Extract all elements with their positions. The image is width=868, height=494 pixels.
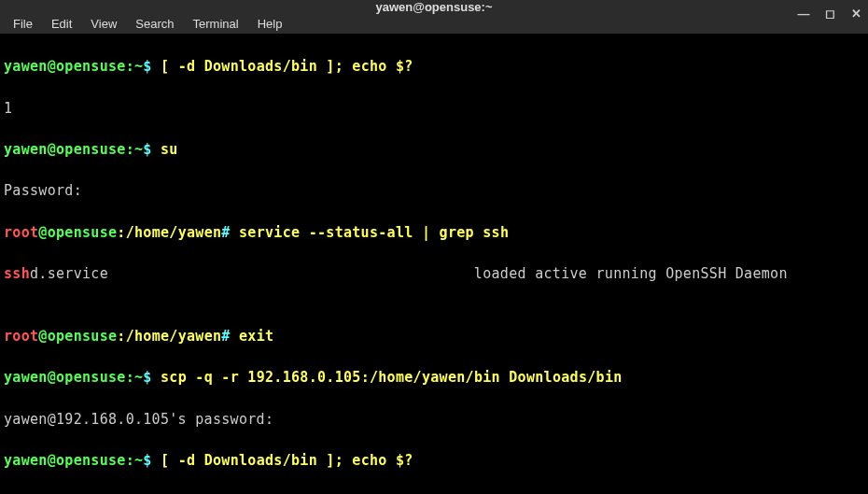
prompt-colon: : bbox=[126, 369, 134, 386]
command: su bbox=[152, 141, 178, 158]
prompt-at: @ bbox=[48, 58, 56, 75]
prompt-host: opensuse bbox=[56, 141, 126, 158]
menu-edit[interactable]: Edit bbox=[44, 14, 79, 34]
prompt-at: @ bbox=[48, 369, 56, 386]
menu-help[interactable]: Help bbox=[250, 14, 290, 34]
root-prompt-dollar: # bbox=[221, 328, 230, 345]
titlebar: yawen@opensuse:~ — ◻ ✕ bbox=[0, 0, 868, 14]
output: d.service loaded active running OpenSSH … bbox=[30, 265, 788, 282]
close-button[interactable]: ✕ bbox=[849, 7, 862, 21]
prompt-colon: : bbox=[126, 141, 134, 158]
prompt-dollar: $ bbox=[143, 58, 151, 75]
output: 1 bbox=[4, 98, 864, 119]
prompt-path: ~ bbox=[134, 452, 143, 469]
window-title: yawen@opensuse:~ bbox=[375, 0, 492, 14]
menu-file[interactable]: File bbox=[6, 14, 40, 34]
root-prompt-host: opensuse bbox=[48, 328, 118, 345]
prompt-dollar: $ bbox=[143, 369, 151, 386]
prompt-dollar: $ bbox=[143, 141, 151, 158]
prompt-user: yawen bbox=[4, 141, 48, 158]
root-prompt-at: @ bbox=[38, 328, 47, 345]
menu-view[interactable]: View bbox=[83, 14, 124, 34]
maximize-button[interactable]: ◻ bbox=[823, 7, 836, 21]
command: [ -d Downloads/bin ]; echo $? bbox=[152, 58, 413, 75]
root-prompt-dollar: # bbox=[221, 224, 230, 241]
root-prompt-host: opensuse bbox=[48, 224, 118, 241]
prompt-colon: : bbox=[126, 452, 134, 469]
output-highlight: ssh bbox=[4, 265, 30, 282]
prompt-host: opensuse bbox=[56, 58, 126, 75]
command: exit bbox=[231, 328, 274, 345]
root-prompt-path: /home/yawen bbox=[126, 224, 222, 241]
prompt-at: @ bbox=[48, 452, 56, 469]
prompt-path: ~ bbox=[134, 369, 143, 386]
prompt-host: opensuse bbox=[56, 369, 126, 386]
menubar: File Edit View Search Terminal Help bbox=[0, 14, 868, 34]
prompt-path: ~ bbox=[134, 141, 143, 158]
window-controls: — ◻ ✕ bbox=[797, 0, 862, 26]
prompt-user: yawen bbox=[4, 452, 48, 469]
root-prompt-path: /home/yawen bbox=[126, 328, 222, 345]
prompt-path: ~ bbox=[134, 58, 143, 75]
terminal-output[interactable]: yawen@opensuse:~$ [ -d Downloads/bin ]; … bbox=[0, 34, 868, 494]
command: service --status-all | grep ssh bbox=[231, 224, 510, 241]
root-prompt-colon: : bbox=[117, 224, 125, 241]
output: Password: bbox=[4, 180, 864, 201]
root-prompt-user: root bbox=[4, 328, 38, 345]
output: yawen@192.168.0.105's password: bbox=[4, 409, 864, 430]
prompt-colon: : bbox=[126, 58, 134, 75]
prompt-user: yawen bbox=[4, 369, 48, 386]
root-prompt-user: root bbox=[4, 224, 38, 241]
root-prompt-colon: : bbox=[117, 328, 125, 345]
command: scp -q -r 192.168.0.105:/home/yawen/bin … bbox=[152, 369, 623, 386]
prompt-user: yawen bbox=[4, 58, 48, 75]
prompt-dollar: $ bbox=[143, 452, 151, 469]
prompt-at: @ bbox=[48, 141, 56, 158]
menu-terminal[interactable]: Terminal bbox=[186, 14, 246, 34]
menu-search[interactable]: Search bbox=[128, 14, 181, 34]
command: [ -d Downloads/bin ]; echo $? bbox=[152, 452, 413, 469]
root-prompt-at: @ bbox=[38, 224, 47, 241]
minimize-button[interactable]: — bbox=[797, 7, 810, 21]
prompt-host: opensuse bbox=[56, 452, 126, 469]
